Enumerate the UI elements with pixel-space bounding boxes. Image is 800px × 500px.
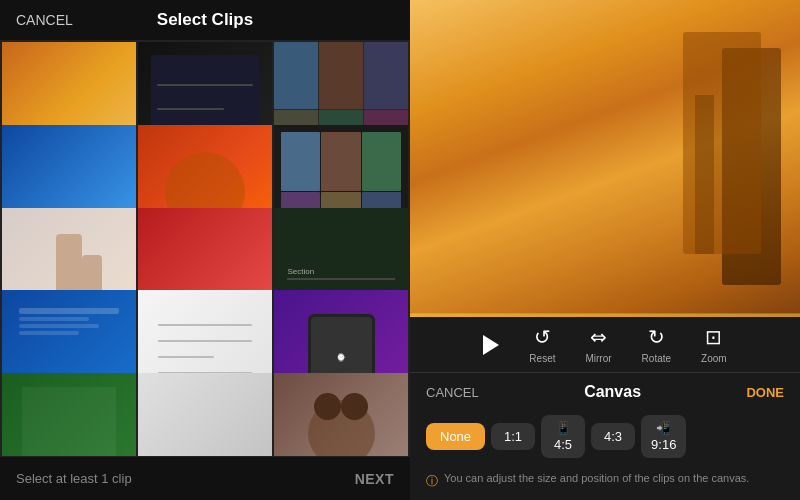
reset-icon: ↺: [534, 325, 551, 349]
right-panel: ↺ Reset ⇔ Mirror ↻ Rotate ⊡ Zoom CANCEL …: [410, 0, 800, 500]
mirror-icon: ⇔: [590, 325, 607, 349]
canvas-section: CANCEL Canvas DONE None 1:1 📱 4:5 4:3 📲 …: [410, 372, 800, 500]
page-title: Select Clips: [157, 10, 253, 30]
ratio-9-16-label: 9:16: [651, 437, 676, 452]
ratio-4-5-label: 4:5: [554, 437, 572, 452]
clip-item[interactable]: [2, 373, 136, 456]
zoom-label: Zoom: [701, 353, 727, 364]
canvas-cancel-button[interactable]: CANCEL: [426, 385, 479, 400]
play-button[interactable]: [483, 335, 499, 355]
next-button[interactable]: NEXT: [355, 471, 394, 487]
reset-label: Reset: [529, 353, 555, 364]
playback-controls: ↺ Reset ⇔ Mirror ↻ Rotate ⊡ Zoom: [410, 317, 800, 372]
canvas-hint-text: You can adjust the size and position of …: [444, 472, 749, 484]
footer-hint: Select at least 1 clip: [16, 471, 132, 486]
ratio-4-5-icon: 📱: [556, 421, 571, 435]
canvas-hint: ⓘ You can adjust the size and position o…: [410, 468, 800, 500]
left-panel: CANCEL Select Clips 0:14: [0, 0, 410, 500]
cancel-button[interactable]: CANCEL: [16, 12, 73, 28]
info-icon: ⓘ: [426, 473, 438, 490]
clip-item[interactable]: [138, 373, 272, 456]
left-header: CANCEL Select Clips: [0, 0, 410, 40]
mirror-label: Mirror: [585, 353, 611, 364]
ratio-row: None 1:1 📱 4:5 4:3 📲 9:16: [410, 411, 800, 468]
preview-area: [410, 0, 800, 317]
ratio-4-3-button[interactable]: 4:3: [591, 423, 635, 450]
mirror-button[interactable]: ⇔ Mirror: [585, 325, 611, 364]
zoom-button[interactable]: ⊡ Zoom: [701, 325, 727, 364]
play-icon: [483, 335, 499, 355]
rotate-label: Rotate: [642, 353, 671, 364]
canvas-title: Canvas: [584, 383, 641, 401]
reset-button[interactable]: ↺ Reset: [529, 325, 555, 364]
preview-image: [410, 0, 800, 317]
clips-grid: 0:14: [0, 40, 410, 456]
ratio-9-16-button[interactable]: 📲 9:16: [641, 415, 686, 458]
ratio-4-5-button[interactable]: 📱 4:5: [541, 415, 585, 458]
ratio-9-16-icon: 📲: [656, 421, 671, 435]
clip-item[interactable]: [274, 373, 408, 456]
zoom-icon: ⊡: [705, 325, 722, 349]
rotate-button[interactable]: ↻ Rotate: [642, 325, 671, 364]
left-footer: Select at least 1 clip NEXT: [0, 456, 410, 500]
ratio-none-button[interactable]: None: [426, 423, 485, 450]
ratio-1-1-button[interactable]: 1:1: [491, 423, 535, 450]
canvas-done-button[interactable]: DONE: [746, 385, 784, 400]
rotate-icon: ↻: [648, 325, 665, 349]
canvas-header: CANCEL Canvas DONE: [410, 373, 800, 411]
